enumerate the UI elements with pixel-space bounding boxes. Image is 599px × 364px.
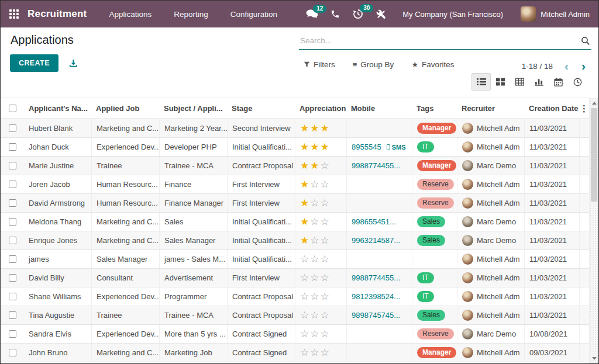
header-subject[interactable]: Subject / Appli... <box>159 104 227 113</box>
app-name[interactable]: Recruitment <box>27 8 87 20</box>
view-list-button[interactable] <box>471 73 491 91</box>
row-checkbox[interactable] <box>1 218 24 226</box>
rating-star[interactable]: ★ <box>300 160 310 172</box>
table-row[interactable]: Shane Williams Experienced Dev... Progra… <box>1 287 589 306</box>
menu-reporting[interactable]: Reporting <box>174 10 208 19</box>
row-checkbox[interactable] <box>1 330 24 338</box>
mobile-link[interactable]: 9963214587... <box>352 236 400 245</box>
rating-star[interactable]: ☆ <box>300 253 310 265</box>
row-checkbox[interactable] <box>1 199 24 207</box>
rating-star[interactable]: ☆ <box>300 309 310 321</box>
mobile-link[interactable]: 9988774455... <box>352 161 400 170</box>
rating-star[interactable]: ☆ <box>321 234 331 247</box>
rating-star[interactable]: ★ <box>300 141 310 153</box>
scroll-down-arrow[interactable] <box>590 354 598 362</box>
create-button[interactable]: CREATE <box>10 54 58 72</box>
mobile-link[interactable]: 8955545 <box>352 143 381 151</box>
rating-star[interactable]: ★ <box>310 160 320 172</box>
header-applicant-name[interactable]: Applicant's Na... <box>24 104 91 113</box>
rating-star[interactable]: ☆ <box>310 328 320 340</box>
mobile-link[interactable]: 9988774455... <box>352 273 400 282</box>
table-row[interactable]: Marie Justine Trainee Trainee - MCA Cont… <box>1 157 589 175</box>
menu-applications[interactable]: Applications <box>109 10 152 19</box>
rating-star[interactable]: ☆ <box>310 197 320 209</box>
header-mobile[interactable]: Mobile <box>346 104 412 113</box>
header-appreciation[interactable]: Appreciation <box>295 104 346 113</box>
rating-star[interactable]: ★ <box>300 216 310 228</box>
tools-button[interactable] <box>376 9 386 19</box>
row-checkbox[interactable] <box>1 124 24 132</box>
rating-star[interactable]: ☆ <box>321 272 331 284</box>
group-by-button[interactable]: ≡ Group By <box>353 60 394 69</box>
row-checkbox[interactable] <box>1 274 24 282</box>
rating-star[interactable]: ☆ <box>321 197 331 209</box>
table-row[interactable]: David Billy Consultant Advertisement Fir… <box>1 269 589 287</box>
table-row[interactable]: Sandra Elvis Experienced Dev... More tha… <box>1 325 589 344</box>
table-row[interactable]: John Bruno Marketing and C... Marketing … <box>1 344 589 362</box>
header-stage[interactable]: Stage <box>227 104 295 113</box>
rating-star[interactable]: ★ <box>300 122 310 134</box>
activities-button[interactable]: 30 <box>353 9 363 19</box>
view-activity-button[interactable] <box>568 73 587 91</box>
rating-star[interactable]: ☆ <box>321 309 331 321</box>
table-row[interactable]: Enrique Jones Marketing and C... Sales M… <box>1 231 589 250</box>
row-checkbox[interactable] <box>1 349 24 356</box>
messages-button[interactable]: 12 <box>306 9 318 19</box>
rating-star[interactable]: ☆ <box>300 346 310 359</box>
rating-star[interactable]: ☆ <box>321 178 331 190</box>
rating-star[interactable]: ☆ <box>321 290 331 303</box>
scrollbar-thumb[interactable] <box>591 108 597 202</box>
filters-button[interactable]: Filters <box>304 60 335 69</box>
apps-menu-icon[interactable] <box>9 9 19 19</box>
search-icon[interactable] <box>581 36 591 46</box>
rating-star[interactable]: ☆ <box>300 272 310 284</box>
export-button[interactable] <box>69 59 78 68</box>
mobile-link[interactable]: 998655451... <box>352 217 396 226</box>
row-checkbox[interactable] <box>1 143 24 151</box>
vertical-scrollbar[interactable] <box>589 98 598 363</box>
view-graph-button[interactable] <box>529 73 549 91</box>
table-row[interactable]: Tina Augustie Trainee Trainee - MCA Cont… <box>1 306 589 325</box>
table-row[interactable]: james Sales Manager james - Sales M... I… <box>1 250 589 269</box>
rating-star[interactable]: ☆ <box>310 290 320 303</box>
rating-star[interactable]: ☆ <box>310 346 320 359</box>
rating-star[interactable]: ☆ <box>310 178 320 190</box>
row-checkbox[interactable] <box>1 293 24 300</box>
favorites-button[interactable]: ★ Favorites <box>411 60 454 69</box>
rating-star[interactable]: ★ <box>300 197 310 209</box>
table-row[interactable]: Johan Duck Experienced Dev... Developer … <box>1 138 589 157</box>
table-row[interactable]: Meldona Thang Marketing and C... Sales I… <box>1 213 589 231</box>
row-checkbox[interactable] <box>1 237 24 244</box>
sms-button[interactable]: SMS <box>387 144 406 151</box>
phone-button[interactable] <box>331 9 340 19</box>
rating-star[interactable]: ★ <box>321 122 331 134</box>
menu-configuration[interactable]: Configuration <box>230 10 277 19</box>
row-checkbox[interactable] <box>1 162 24 169</box>
mobile-link[interactable]: 9898745745... <box>352 311 400 320</box>
table-row[interactable]: Joren Jacob Human Resourc... Finance Fir… <box>1 175 589 194</box>
rating-star[interactable]: ★ <box>310 122 320 134</box>
header-recruiter[interactable]: Recruiter <box>457 104 524 113</box>
company-selector[interactable]: My Company (San Francisco) <box>402 10 503 19</box>
table-row[interactable]: Hubert Blank Marketing and C... Marketin… <box>1 119 589 138</box>
rating-star[interactable]: ☆ <box>310 216 320 228</box>
rating-star[interactable]: ★ <box>321 141 331 153</box>
header-creation-date[interactable]: Creation Date <box>524 104 579 113</box>
header-tags[interactable]: Tags <box>412 104 457 113</box>
rating-star[interactable]: ★ <box>300 234 310 247</box>
rating-star[interactable]: ★ <box>310 141 320 153</box>
user-menu[interactable]: Mitchell Admin <box>521 6 590 22</box>
rating-star[interactable]: ★ <box>300 178 310 190</box>
rating-star[interactable]: ☆ <box>310 234 320 247</box>
scroll-up-arrow[interactable] <box>590 99 598 107</box>
view-kanban-button[interactable] <box>491 73 510 91</box>
rating-star[interactable]: ☆ <box>310 253 320 265</box>
rating-star[interactable]: ☆ <box>321 253 331 265</box>
rating-star[interactable]: ☆ <box>310 272 320 284</box>
select-all-checkbox[interactable] <box>1 105 24 112</box>
rating-star[interactable]: ☆ <box>300 290 310 303</box>
mobile-link[interactable]: 9812398524... <box>352 292 400 301</box>
rating-star[interactable]: ☆ <box>321 216 331 228</box>
view-calendar-button[interactable] <box>549 73 568 91</box>
row-checkbox[interactable] <box>1 311 24 319</box>
